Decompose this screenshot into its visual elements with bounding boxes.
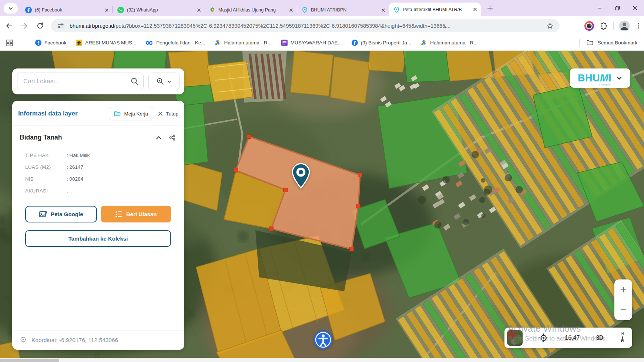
close-window-button[interactable]: [626, 0, 644, 16]
tab-whatsapp[interactable]: (32) WhatsApp: [113, 4, 205, 16]
close-icon[interactable]: [196, 7, 202, 13]
bookmark-facebook[interactable]: Facebook: [35, 40, 66, 46]
tab-masjid[interactable]: Masjid Al Ikhlas Ujung Pang: [205, 4, 297, 16]
tab-search-button[interactable]: [4, 3, 18, 14]
coordinate-pin-icon: [20, 336, 27, 343]
close-icon[interactable]: [380, 7, 386, 13]
field-value: :: [67, 188, 68, 194]
close-icon[interactable]: [288, 7, 294, 13]
locate-crosshair-icon[interactable]: [539, 333, 549, 343]
peta-google-button[interactable]: Peta Google: [25, 206, 97, 222]
browser-window: (6) Facebook (32) WhatsApp Masjid Al Ikh…: [0, 0, 644, 51]
bookmark-halaman-utama-1[interactable]: Halaman utama - R...: [215, 40, 271, 46]
purple-list-icon: [281, 40, 288, 46]
forward-button[interactable]: [18, 19, 31, 33]
extensions-puzzle-icon[interactable]: [599, 21, 608, 30]
field-row: LUAS (M2): 26147: [25, 164, 184, 170]
search-box: [17, 73, 144, 90]
chevron-up-icon[interactable]: [156, 135, 162, 140]
parcel-vertex-handle[interactable]: [284, 188, 288, 192]
share-icon[interactable]: [169, 134, 175, 141]
compass-north-label: N: [621, 332, 624, 335]
horizontal-scrollbar[interactable]: [0, 358, 644, 362]
profile-avatar[interactable]: [619, 20, 630, 31]
bhumi-logo-card[interactable]: BHUMI ATR/BPN: [570, 68, 630, 88]
tambahkan-koleksi-button[interactable]: Tambahkan ke Koleksi: [25, 230, 171, 247]
bookmark-musyawarah[interactable]: MUSYAWARAH DAE...: [281, 40, 342, 46]
bookmark-label: Halaman utama - R...: [430, 40, 477, 46]
tab-facebook[interactable]: (6) Facebook: [21, 4, 113, 16]
apps-grid-icon[interactable]: [6, 39, 13, 47]
url-text[interactable]: bhumi.atrbpn.go.id/peta?bbox=112.5379387…: [70, 23, 545, 29]
panel-footer: Koordinat: -6.920176, 112.543066: [12, 331, 184, 350]
zoom-out-button[interactable]: −: [614, 302, 632, 318]
parcel-vertex-handle[interactable]: [247, 135, 251, 139]
bookmark-arebi[interactable]: AREBI MUNAS MUS...: [76, 40, 136, 46]
search-icon[interactable]: [130, 77, 139, 86]
parcel-vertex-handle[interactable]: [350, 247, 354, 251]
field-label: LUAS (M2): [25, 164, 67, 170]
parcel-vertex-handle[interactable]: [234, 168, 238, 172]
zoom-in-button[interactable]: +: [614, 282, 632, 298]
new-tab-button[interactable]: [484, 3, 496, 14]
meja-kerja-button[interactable]: Meja Kerja: [109, 107, 153, 120]
compass-control[interactable]: N: [620, 332, 625, 343]
omnibox[interactable]: bhumi.atrbpn.go.id/peta?bbox=112.5379387…: [51, 19, 560, 32]
google-ads-icon: [215, 40, 221, 46]
parcel-vertex-handle[interactable]: [358, 173, 362, 177]
minimize-button[interactable]: [591, 0, 608, 16]
field-value: : Hak Milik: [67, 152, 90, 158]
bookmark-star-icon[interactable]: [545, 21, 555, 31]
back-button[interactable]: [2, 19, 16, 33]
bhumi-pin-icon: [393, 6, 400, 13]
tab-peta-interaktif-active[interactable]: Peta Interaktif BHUMI ATR/B: [389, 3, 481, 16]
bookmarks-separator: [579, 39, 580, 47]
compass-needle-icon: [620, 335, 625, 343]
close-panel-button[interactable]: Tutup: [157, 110, 179, 118]
search-input[interactable]: [17, 73, 144, 90]
beri-ulasan-button[interactable]: Beri Ulasan: [101, 206, 171, 222]
bookmark-pengelola-iklan[interactable]: Pengelola Iklan - Ke...: [146, 40, 205, 46]
parcel-vertex-handle[interactable]: [356, 204, 360, 208]
basemap-thumbnail[interactable]: [507, 330, 523, 346]
accessibility-button[interactable]: [313, 330, 333, 349]
section-actions: [156, 134, 175, 141]
tab-bhumi[interactable]: BHUMI ATR/BPN: [297, 4, 389, 16]
facebook-icon: [25, 7, 32, 13]
folder-icon: [586, 39, 593, 46]
site-settings-icon[interactable]: [56, 21, 66, 31]
field-row: AKURASI:: [25, 188, 184, 194]
lens-extension-icon[interactable]: [584, 21, 594, 31]
chevron-down-icon[interactable]: [616, 75, 623, 81]
chevron-down-icon: [8, 6, 13, 11]
tab-label: (6) Facebook: [35, 7, 101, 13]
tab-strip: (6) Facebook (32) WhatsApp Masjid Al Ikh…: [0, 0, 644, 16]
arebi-house-icon: [76, 40, 82, 46]
map-bottom-bar: 16,47 3D N: [504, 328, 632, 348]
google-ads-icon: [421, 40, 427, 46]
reload-button[interactable]: [33, 19, 47, 33]
field-row: TIPE HAK: Hak Milik: [25, 152, 184, 158]
close-icon: [633, 6, 638, 11]
close-icon: [158, 111, 163, 117]
field-label: NIB: [25, 176, 67, 182]
facebook-icon: [35, 40, 41, 46]
bookmarks-separator: [23, 39, 23, 47]
close-icon[interactable]: [472, 7, 478, 12]
all-bookmarks[interactable]: Semua Bookmark: [579, 39, 637, 47]
close-icon[interactable]: [104, 7, 110, 13]
bookmark-bisnis-properti[interactable]: (9) Bisnis Properti Ja...: [352, 40, 412, 46]
threed-toggle[interactable]: 3D: [596, 335, 603, 341]
map-viewport[interactable]: Informasi data layer Meja Kerja Tutup Bi…: [0, 51, 644, 362]
bookmark-halaman-utama-2[interactable]: Halaman utama - R...: [421, 40, 477, 46]
minimize-icon: [597, 6, 602, 11]
zoom-control: + −: [614, 279, 632, 320]
kebab-menu-icon[interactable]: [635, 23, 642, 29]
parcel-vertex-handle[interactable]: [269, 227, 274, 231]
scrollbar-thumb[interactable]: [0, 359, 59, 362]
zoom-level-readout: 16,47: [565, 335, 580, 341]
restore-button[interactable]: [608, 0, 626, 16]
search-mode-button[interactable]: [148, 73, 180, 90]
parcel-marker-pin-icon[interactable]: [291, 163, 311, 189]
bhumi-logo-subtext: ATR/BPN: [598, 84, 611, 86]
